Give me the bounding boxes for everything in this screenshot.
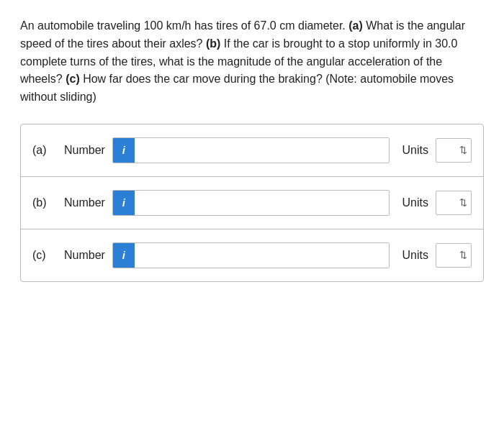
part-b-label: (b) [32,196,64,209]
part-c-label: (c) [32,249,64,262]
part-a-label: (a) [32,144,64,157]
input-wrapper-c: i [112,242,390,268]
units-select-c[interactable] [436,243,472,268]
part-c-label-inline: (c) [66,73,80,85]
answer-row-b: (b) Number i Units [21,177,483,229]
number-label-c: Number [64,249,105,262]
units-label-c: Units [402,249,428,262]
input-wrapper-a: i [112,137,390,163]
answer-rows-container: (a) Number i Units (b) Number i Units (c… [20,124,484,282]
answer-row-a: (a) Number i Units [21,124,483,177]
info-button-b[interactable]: i [113,191,135,215]
units-select-wrapper-a [436,138,472,163]
part-b-label-inline: (b) [206,37,220,50]
problem-statement: An automobile traveling 100 km/h has tir… [20,17,484,106]
part-a-label-inline: (a) [348,19,363,32]
units-label-b: Units [402,196,428,209]
units-select-b[interactable] [436,191,472,215]
units-select-wrapper-c [436,243,472,268]
number-input-a[interactable] [135,138,389,163]
info-button-c[interactable]: i [113,243,135,268]
answer-row-c: (c) Number i Units [21,229,483,281]
units-select-a[interactable] [436,138,472,163]
units-label-a: Units [402,144,428,157]
number-input-c[interactable] [135,243,389,268]
number-input-b[interactable] [135,191,389,215]
info-button-a[interactable]: i [113,138,135,163]
number-label-a: Number [64,144,105,157]
units-select-wrapper-b [436,191,472,215]
number-label-b: Number [64,196,105,209]
input-wrapper-b: i [112,190,390,216]
